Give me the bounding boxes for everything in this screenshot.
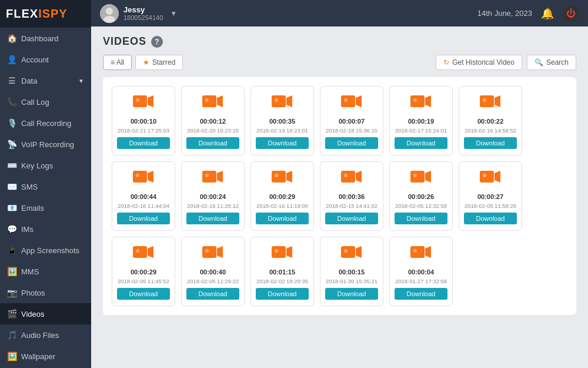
sidebar-item-call-recording[interactable]: 🎙️ Call Recording bbox=[0, 112, 91, 134]
video-camera-icon bbox=[133, 92, 154, 114]
user-dropdown[interactable]: Jessy 18005254140 ▼ bbox=[100, 4, 177, 23]
video-card: 00:00:29 2018-02-16 11:19:00 Download bbox=[250, 161, 314, 231]
video-duration: 00:00:19 bbox=[408, 118, 434, 125]
bell-icon[interactable]: 🔔 bbox=[541, 7, 554, 20]
svg-point-53 bbox=[413, 249, 417, 253]
search-button[interactable]: 🔍 Search bbox=[527, 55, 576, 70]
download-button[interactable]: Download bbox=[256, 137, 309, 149]
download-button[interactable]: Download bbox=[117, 288, 170, 300]
download-button[interactable]: Download bbox=[464, 137, 517, 149]
video-duration: 00:01:15 bbox=[269, 268, 295, 276]
video-duration: 00:00:22 bbox=[477, 118, 503, 125]
sidebar-item-videos[interactable]: 🎬 Videos bbox=[0, 303, 91, 324]
sidebar-item-key-logs[interactable]: ⌨️ Key Logs bbox=[0, 155, 91, 176]
video-date: 2018-02-05 11:58:26 bbox=[465, 203, 516, 209]
download-button[interactable]: Download bbox=[186, 213, 239, 224]
video-date: 2018-01-27 17:32:58 bbox=[395, 278, 447, 284]
sidebar-item-label: Call Recording bbox=[21, 119, 71, 128]
sidebar-item-ims[interactable]: 💬 IMs bbox=[0, 218, 91, 240]
video-date: 2018-02-16 11:44:04 bbox=[118, 203, 169, 209]
svg-rect-45 bbox=[272, 246, 286, 258]
svg-marker-16 bbox=[425, 95, 431, 107]
svg-point-23 bbox=[136, 174, 139, 177]
sidebar-item-sms[interactable]: ✉️ SMS bbox=[0, 176, 91, 197]
download-button[interactable]: Download bbox=[395, 288, 447, 300]
video-camera-icon bbox=[202, 243, 223, 265]
filter-all-button[interactable]: ≡ All bbox=[103, 55, 132, 70]
download-button[interactable]: Download bbox=[117, 213, 170, 224]
download-button[interactable]: Download bbox=[325, 213, 378, 224]
video-card: 00:00:10 2018-02-21 17:25:03 Download bbox=[112, 86, 175, 155]
video-card: 00:01:15 2018-02-02 18:29:35 Download bbox=[250, 237, 314, 306]
svg-marker-25 bbox=[217, 171, 223, 183]
main-area: Jessy 18005254140 ▼ 14th June, 2023 🔔 ⏻ … bbox=[91, 0, 588, 368]
download-button[interactable]: Download bbox=[256, 288, 309, 300]
call-recording-icon: 🎙️ bbox=[7, 118, 16, 128]
sidebar-item-app-screenshots[interactable]: 📱 App Screenshots bbox=[0, 240, 91, 261]
download-button[interactable]: Download bbox=[186, 137, 239, 149]
sidebar-item-account[interactable]: 👤 Account bbox=[0, 49, 91, 70]
svg-marker-31 bbox=[356, 171, 362, 183]
sidebar-item-call-log[interactable]: 📞 Call Log bbox=[0, 91, 91, 112]
video-date: 2018-02-16 11:19:00 bbox=[256, 203, 308, 209]
help-icon[interactable]: ? bbox=[151, 36, 163, 48]
sidebar-item-label: Wallpaper bbox=[21, 352, 55, 361]
call-log-icon: 📞 bbox=[7, 97, 16, 107]
download-button[interactable]: Download bbox=[325, 137, 378, 149]
sidebar-item-wallpaper[interactable]: 🖼️ Wallpaper bbox=[0, 346, 91, 367]
svg-point-47 bbox=[275, 249, 278, 253]
svg-point-2 bbox=[103, 16, 115, 23]
video-grid-wrapper: 00:00:10 2018-02-21 17:25:03 Download 00… bbox=[103, 77, 576, 315]
header: Jessy 18005254140 ▼ 14th June, 2023 🔔 ⏻ bbox=[91, 0, 588, 26]
download-button[interactable]: Download bbox=[256, 213, 309, 224]
sidebar-item-audio-files[interactable]: 🎵 Audio Files bbox=[0, 324, 91, 346]
header-right: 14th June, 2023 🔔 ⏻ bbox=[477, 5, 579, 22]
video-card: 00:00:44 2018-02-16 11:44:04 Download bbox=[112, 161, 175, 231]
data-icon: ☰ bbox=[7, 76, 16, 85]
svg-marker-43 bbox=[217, 246, 223, 258]
sidebar: FLEXISPY 🏠 Dashboard 👤 Account ☰ Data ▼ … bbox=[0, 0, 91, 368]
user-name: Jessy bbox=[123, 5, 163, 14]
svg-marker-49 bbox=[356, 246, 362, 258]
sidebar-item-mms[interactable]: 🖼️ MMS bbox=[0, 261, 91, 282]
chevron-down-icon: ▼ bbox=[170, 9, 177, 18]
app-screenshots-icon: 📱 bbox=[7, 246, 16, 255]
download-button[interactable]: Download bbox=[325, 288, 378, 300]
sidebar-item-emails[interactable]: 📧 Emails bbox=[0, 197, 91, 218]
svg-marker-28 bbox=[286, 171, 292, 183]
video-duration: 00:00:36 bbox=[339, 193, 365, 200]
user-phone: 18005254140 bbox=[123, 14, 163, 21]
download-button[interactable]: Download bbox=[395, 137, 447, 149]
get-historical-button[interactable]: ↻ Get Historical Video bbox=[436, 55, 522, 70]
svg-rect-36 bbox=[480, 171, 494, 183]
sidebar-item-label: Audio Files bbox=[21, 331, 59, 340]
video-duration: 00:00:15 bbox=[339, 268, 365, 276]
video-camera-icon bbox=[341, 92, 362, 114]
video-date: 2018-02-18 15:36:15 bbox=[326, 127, 377, 134]
video-date: 2018-02-16 14:58:52 bbox=[465, 127, 516, 134]
video-camera-icon bbox=[272, 92, 293, 114]
video-card: 00:00:07 2018-02-18 15:36:15 Download bbox=[320, 86, 383, 155]
filter-starred-button[interactable]: ★ Starred bbox=[135, 55, 183, 70]
mms-icon: 🖼️ bbox=[7, 267, 16, 276]
download-button[interactable]: Download bbox=[395, 213, 447, 224]
video-camera-icon bbox=[341, 168, 362, 190]
video-camera-icon bbox=[410, 168, 432, 190]
video-duration: 00:00:40 bbox=[200, 268, 226, 276]
sidebar-item-label: Data bbox=[21, 77, 37, 85]
download-button[interactable]: Download bbox=[464, 213, 517, 224]
download-button[interactable]: Download bbox=[186, 288, 239, 300]
download-button[interactable]: Download bbox=[117, 137, 170, 149]
video-card: 00:00:15 2018-01-30 15:35:21 Download bbox=[320, 237, 383, 306]
toolbar-actions: ↻ Get Historical Video 🔍 Search bbox=[436, 55, 576, 70]
svg-point-50 bbox=[344, 249, 348, 253]
sidebar-item-photos[interactable]: 📷 Photos bbox=[0, 282, 91, 303]
sidebar-item-data[interactable]: ☰ Data ▼ bbox=[0, 70, 91, 91]
logo-flex: FLEX bbox=[6, 7, 38, 20]
toolbar-filters: ≡ All ★ Starred bbox=[103, 55, 183, 70]
video-duration: 00:00:29 bbox=[131, 268, 156, 276]
sidebar-item-voip-recording[interactable]: 📡 VoIP Recording bbox=[0, 134, 91, 155]
sidebar-item-dashboard[interactable]: 🏠 Dashboard bbox=[0, 28, 91, 49]
power-icon[interactable]: ⏻ bbox=[563, 5, 579, 22]
video-card: 00:00:29 2018-02-05 11:45:52 Download bbox=[112, 237, 175, 306]
